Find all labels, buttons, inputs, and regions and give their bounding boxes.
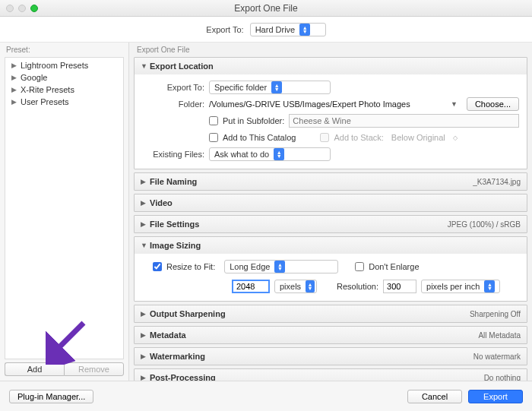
preset-list[interactable]: ▶Lightroom Presets ▶Google ▶X-Rite Prese… (5, 57, 124, 359)
bottom-bar: Plug-in Manager... Cancel Export (0, 381, 532, 411)
export-button[interactable]: Export (468, 390, 523, 403)
section-output-sharpening: ▶ Output Sharpening Sharpening Off (134, 305, 527, 323)
add-to-catalog-label: Add to This Catalog (223, 133, 296, 142)
titlebar: Export One File (0, 0, 532, 17)
triangle-right-icon: ▶ (141, 374, 150, 381)
preset-item[interactable]: ▶X-Rite Presets (5, 84, 123, 96)
section-header[interactable]: ▶ Output Sharpening Sharpening Off (135, 305, 527, 322)
file-settings-summary: JPEG (100%) / sRGB (448, 220, 521, 229)
chevron-updown-icon (299, 24, 310, 36)
add-to-stack-label: Add to Stack: (334, 133, 383, 142)
triangle-down-icon: ▼ (141, 242, 150, 249)
section-metadata: ▶ Metadata All Metadata (134, 326, 527, 344)
preset-sidebar: Preset: ▶Lightroom Presets ▶Google ▶X-Ri… (0, 43, 129, 381)
section-header[interactable]: ▼ Image Sizing (135, 237, 527, 254)
triangle-right-icon: ▶ (141, 331, 150, 339)
chevron-updown-icon (484, 280, 495, 292)
resize-to-fit-label: Resize to Fit: (166, 262, 215, 271)
add-to-stack-checkbox (320, 133, 329, 142)
chevron-updown-icon (271, 81, 282, 93)
add-to-catalog-checkbox[interactable] (209, 133, 218, 142)
triangle-right-icon: ▶ (10, 98, 17, 106)
add-to-stack-value: Below Original (391, 133, 445, 142)
export-to-top-select[interactable]: Hard Drive (250, 23, 326, 36)
dont-enlarge-checkbox[interactable] (355, 262, 364, 271)
existing-files-select[interactable]: Ask what to do (209, 147, 331, 161)
cancel-button[interactable]: Cancel (407, 390, 462, 403)
dont-enlarge-label: Don't Enlarge (369, 262, 419, 271)
preset-header: Preset: (0, 43, 128, 57)
triangle-down-icon: ▼ (141, 62, 150, 70)
export-to-top-label: Export To: (206, 25, 243, 34)
section-header[interactable]: ▶ Video (135, 194, 527, 211)
chevron-updown-icon (306, 280, 315, 292)
chevron-updown-icon: ◇ (453, 134, 458, 141)
export-to-label: Export To: (142, 83, 204, 92)
section-watermarking: ▶ Watermarking No watermark (134, 347, 527, 365)
choose-folder-button[interactable]: Choose... (467, 97, 519, 111)
existing-files-label: Existing Files: (142, 150, 204, 159)
section-header[interactable]: ▼ Export Location (135, 58, 527, 74)
triangle-right-icon: ▶ (10, 86, 17, 93)
plugin-manager-button[interactable]: Plug-in Manager... (9, 390, 93, 403)
remove-preset-button: Remove (64, 362, 124, 376)
section-header[interactable]: ▶ Watermarking No watermark (135, 348, 527, 365)
section-file-naming: ▶ File Naming _K3A7134.jpg (134, 172, 527, 191)
postprocess-summary: Do nothing (484, 374, 521, 381)
sharpening-summary: Sharpening Off (470, 310, 521, 318)
section-video: ▶ Video (134, 194, 527, 212)
section-post-processing: ▶ Post-Processing Do nothing (134, 368, 527, 381)
resolution-label: Resolution: (337, 282, 378, 291)
export-to-select[interactable]: Specific folder (209, 81, 331, 94)
preset-item[interactable]: ▶Lightroom Presets (5, 59, 123, 71)
section-export-location: ▼ Export Location Export To: Specific fo… (134, 57, 527, 169)
folder-path: /Volumes/G-DRIVE USB/Images/Expert Photo… (209, 100, 442, 109)
preset-item[interactable]: ▶Google (5, 71, 123, 84)
triangle-right-icon: ▶ (141, 199, 150, 207)
export-to-top-value: Hard Drive (255, 25, 296, 34)
section-header[interactable]: ▶ File Naming _K3A7134.jpg (135, 173, 527, 190)
section-image-sizing: ▼ Image Sizing Resize to Fit: Long Edge … (134, 236, 527, 302)
triangle-down-icon[interactable]: ▼ (451, 100, 458, 108)
settings-header: Export One File (134, 43, 527, 57)
chevron-updown-icon (274, 261, 285, 273)
add-preset-button[interactable]: Add (5, 362, 64, 376)
export-settings-panel: Export One File ▼ Export Location Export… (129, 43, 532, 381)
triangle-right-icon: ▶ (141, 178, 150, 185)
section-header[interactable]: ▶ File Settings JPEG (100%) / sRGB (135, 216, 527, 232)
triangle-right-icon: ▶ (10, 74, 17, 81)
resolution-units-select[interactable]: pixels per inch (421, 280, 500, 293)
preset-buttons: Add Remove (5, 362, 124, 376)
put-in-subfolder-checkbox[interactable] (209, 116, 218, 125)
resolution-input[interactable] (383, 280, 416, 293)
triangle-right-icon: ▶ (141, 220, 150, 228)
window-title: Export One File (0, 3, 532, 14)
metadata-summary: All Metadata (478, 331, 521, 340)
chevron-updown-icon (274, 148, 284, 160)
size-value-input[interactable] (232, 280, 270, 293)
section-file-settings: ▶ File Settings JPEG (100%) / sRGB (134, 215, 527, 233)
triangle-right-icon: ▶ (10, 62, 17, 69)
triangle-right-icon: ▶ (141, 353, 150, 360)
section-header[interactable]: ▶ Post-Processing Do nothing (135, 369, 527, 381)
subfolder-label: Put in Subfolder: (223, 116, 284, 125)
watermark-summary: No watermark (473, 353, 521, 361)
file-naming-summary: _K3A7134.jpg (473, 178, 521, 186)
export-target-row: Export To: Hard Drive (0, 17, 532, 43)
folder-label: Folder: (142, 100, 204, 109)
triangle-right-icon: ▶ (141, 310, 150, 318)
resize-to-fit-checkbox[interactable] (153, 262, 162, 271)
preset-item[interactable]: ▶User Presets (5, 96, 123, 108)
size-units-select[interactable]: pixels (274, 280, 317, 293)
subfolder-input[interactable] (289, 114, 519, 128)
section-header[interactable]: ▶ Metadata All Metadata (135, 327, 527, 343)
resize-mode-select[interactable]: Long Edge (224, 260, 338, 273)
